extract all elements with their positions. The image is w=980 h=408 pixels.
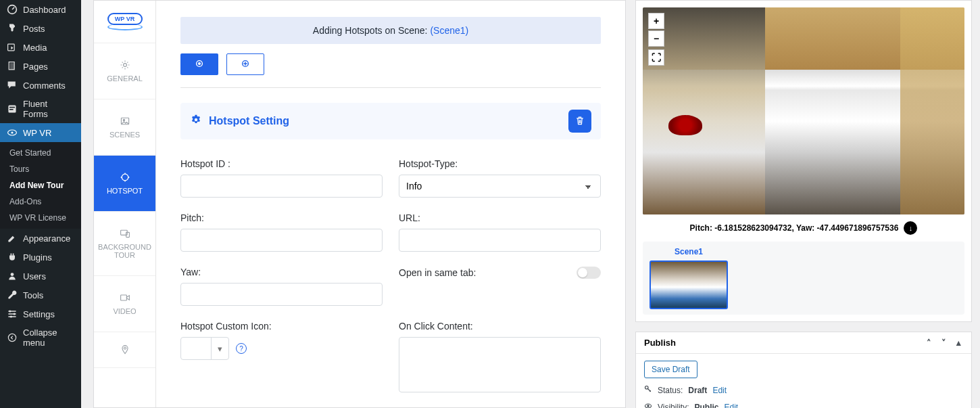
- active-hotspot-button[interactable]: [180, 53, 218, 75]
- delete-hotspot-button[interactable]: [568, 110, 591, 133]
- input-pitch[interactable]: [180, 229, 383, 252]
- video-icon: [120, 292, 130, 303]
- info-icon[interactable]: ?: [236, 343, 247, 354]
- plus-circle-icon: [241, 59, 250, 70]
- apply-pitch-yaw-button[interactable]: ↓: [904, 221, 917, 235]
- sidebar-item-collapse[interactable]: Collapse menu: [0, 323, 81, 352]
- zoom-in-button[interactable]: +: [648, 13, 664, 29]
- yaw-label: Yaw:: [796, 223, 814, 233]
- plug-icon: [7, 252, 18, 263]
- sidebar-label: Dashboard: [23, 5, 66, 15]
- submenu-get-started[interactable]: Get Started: [9, 145, 81, 161]
- submenu-tours[interactable]: Tours: [9, 161, 81, 177]
- field-custom-icon: Hotspot Custom Icon: ▾ ?: [180, 321, 383, 394]
- wpvr-submenu: Get Started Tours Add New Tour Add-Ons W…: [0, 142, 81, 229]
- sidebar-item-plugins[interactable]: Plugins: [0, 248, 81, 267]
- vtab-label: SCENES: [109, 131, 140, 139]
- thumb-label: Scene1: [650, 247, 728, 256]
- label-on-click: On Click Content:: [399, 321, 601, 332]
- add-hotspot-button[interactable]: [226, 53, 264, 75]
- sidebar-item-posts[interactable]: Posts: [0, 19, 81, 38]
- hotspot-form: Adding Hotspots on Scene: (Scene1) Hotsp…: [156, 1, 625, 407]
- wrench-icon: [7, 290, 18, 300]
- field-hotspot-type: Hotspot-Type: Info: [399, 158, 601, 198]
- thumb-image: [650, 260, 728, 309]
- sidebar-item-fluent-forms[interactable]: Fluent Forms: [0, 95, 81, 123]
- svg-point-14: [123, 64, 126, 67]
- svg-rect-6: [9, 109, 14, 110]
- textarea-on-click[interactable]: [399, 337, 601, 392]
- publish-panel: Publish ˄ ˅ ▴ Save Draft Status: Draft E…: [635, 332, 972, 408]
- visibility-icon: [644, 402, 652, 408]
- submenu-add-new-tour[interactable]: Add New Tour: [9, 177, 81, 194]
- submenu-license[interactable]: WP VR License: [9, 210, 81, 226]
- svg-point-12: [10, 315, 12, 317]
- panel-up-button[interactable]: ˄: [924, 338, 933, 348]
- sidebar-item-appearance[interactable]: Appearance: [0, 229, 81, 248]
- field-url: URL:: [399, 212, 601, 252]
- icon-picker-dropdown[interactable]: ▾: [180, 337, 229, 360]
- sidebar-item-comments[interactable]: Comments: [0, 76, 81, 95]
- sidebar-item-pages[interactable]: Pages: [0, 57, 81, 76]
- input-hotspot-id[interactable]: [180, 175, 383, 198]
- label-hotspot-type: Hotspot-Type:: [399, 158, 601, 169]
- vtab-scenes[interactable]: SCENES: [94, 99, 155, 156]
- zoom-out-button[interactable]: −: [648, 30, 664, 47]
- publish-title: Publish: [644, 338, 676, 348]
- editor-panel: WP VR GENERAL SCENES HOTSPOT BACKGROUND …: [93, 0, 626, 408]
- sidebar-item-dashboard[interactable]: Dashboard: [0, 0, 81, 19]
- plus-icon: +: [654, 16, 659, 26]
- vtab-label: VIDEO: [113, 307, 136, 315]
- field-pitch: Pitch:: [180, 212, 383, 252]
- pitch-label: Pitch:: [690, 223, 712, 233]
- chevron-up-icon: ˄: [927, 338, 931, 348]
- sidebar-item-media[interactable]: Media: [0, 38, 81, 57]
- status-edit-link[interactable]: Edit: [712, 386, 727, 395]
- vtab-more[interactable]: [94, 332, 155, 368]
- device-icon: [120, 228, 130, 239]
- label-pitch: Pitch:: [180, 212, 383, 223]
- panel-down-button[interactable]: ˅: [939, 338, 948, 348]
- sidebar-label: Tools: [23, 290, 43, 300]
- sidebar-item-wpvr[interactable]: WP VR: [0, 123, 81, 142]
- field-yaw: Yaw:: [180, 267, 383, 306]
- sidebar-item-settings[interactable]: Settings: [0, 304, 81, 323]
- vtab-hotspot[interactable]: HOTSPOT: [94, 156, 155, 212]
- sidebar-item-users[interactable]: Users: [0, 267, 81, 286]
- divider: [180, 87, 601, 88]
- svg-point-13: [8, 334, 16, 341]
- sidebar-label: Fluent Forms: [23, 99, 74, 119]
- select-hotspot-type[interactable]: Info: [399, 175, 601, 198]
- scene-thumbnail[interactable]: Scene1: [650, 247, 728, 309]
- pitch-yaw-readout: Pitch: -6.181528623094732, Yaw: -47.4496…: [643, 214, 964, 237]
- label-url: URL:: [399, 212, 601, 223]
- wpvr-logo: WP VR: [94, 1, 155, 43]
- hotspot-setting-header: Hotspot Setting: [180, 103, 601, 139]
- banner-prefix: Adding Hotspots on Scene:: [313, 25, 431, 36]
- visibility-edit-link[interactable]: Edit: [724, 403, 738, 409]
- input-yaw[interactable]: [180, 283, 383, 306]
- panorama-preview[interactable]: + − ⛶: [643, 7, 964, 214]
- hotspot-button-row: [180, 53, 601, 75]
- vtab-video[interactable]: VIDEO: [94, 276, 155, 332]
- chevron-down-icon: ▾: [218, 344, 222, 354]
- sidebar-label: WP VR: [23, 128, 51, 138]
- media-icon: [7, 42, 18, 53]
- pin-icon: [7, 23, 18, 34]
- triangle-up-icon: ▴: [956, 338, 961, 348]
- fullscreen-button[interactable]: ⛶: [648, 49, 664, 66]
- submenu-addons[interactable]: Add-Ons: [9, 194, 81, 210]
- download-icon: ↓: [909, 224, 913, 232]
- visibility-value: Public: [694, 403, 718, 409]
- vtab-general[interactable]: GENERAL: [94, 43, 155, 99]
- panel-toggle-button[interactable]: ▴: [954, 338, 963, 348]
- vtab-background-tour[interactable]: BACKGROUND TOUR: [94, 212, 155, 276]
- toggle-open-same-tab[interactable]: [577, 267, 601, 279]
- vtab-label: GENERAL: [107, 74, 143, 83]
- sidebar-item-tools[interactable]: Tools: [0, 286, 81, 304]
- vtab-label: HOTSPOT: [107, 187, 143, 195]
- preview-controls: + − ⛶: [648, 13, 664, 66]
- input-url[interactable]: [399, 229, 601, 252]
- save-draft-button[interactable]: Save Draft: [644, 361, 697, 378]
- svg-point-17: [122, 174, 128, 181]
